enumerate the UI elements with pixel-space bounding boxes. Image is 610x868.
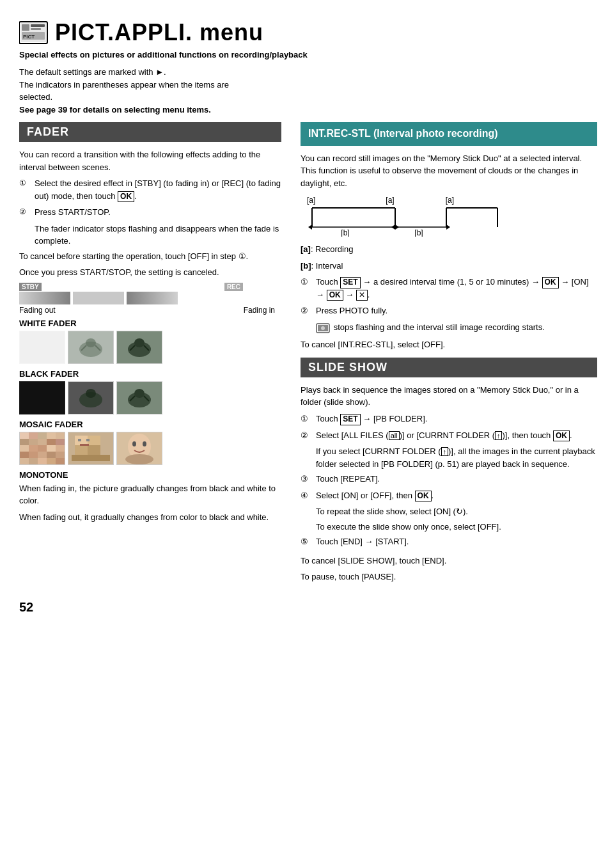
- right-column: INT.REC-STL (Interval photo recording) Y…: [294, 122, 610, 587]
- svg-rect-59: [78, 439, 81, 441]
- monotone-text2: When fading out, it gradually changes fr…: [19, 511, 281, 524]
- slide-show-steps: ① Touch SET → [PB FOLDER]. ② Select [ALL…: [301, 413, 597, 441]
- black-fader-title: BLACK FADER: [19, 369, 281, 379]
- svg-rect-3: [31, 24, 45, 27]
- page-number-area: 52: [0, 587, 610, 615]
- svg-rect-7: [20, 331, 65, 363]
- int-rec-step2: ② Press PHOTO fully.: [301, 304, 597, 317]
- fader-step1: ① Select the desired effect in [STBY] (t…: [19, 177, 281, 202]
- all-files-icon: all: [389, 431, 400, 440]
- svg-text:[b]: [b]: [341, 228, 349, 237]
- ok-box-2: OK: [542, 277, 559, 288]
- mosaic-fader-img3: [116, 432, 162, 465]
- svg-rect-47: [56, 452, 65, 458]
- svg-rect-46: [47, 452, 56, 458]
- monotone-title: MONOTONE: [19, 470, 281, 480]
- svg-rect-31: [47, 432, 56, 439]
- svg-rect-50: [38, 458, 47, 464]
- page-subtitle: Special effects on pictures or additiona…: [0, 46, 610, 59]
- step2-sub: The fader indicator stops flashing and d…: [19, 223, 281, 248]
- set-box-2: SET: [340, 414, 360, 425]
- mosaic-fader-title: MOSAIC FADER: [19, 420, 281, 429]
- left-column: FADER You can record a transition with t…: [0, 122, 294, 587]
- slide-step2-sub: If you select [CURRNT FOLDER (↑)], all t…: [301, 445, 597, 470]
- step1-num: ①: [19, 177, 32, 189]
- slide-show-body: Plays back in sequence the images stored…: [301, 384, 597, 409]
- stby-label: STBY: [19, 283, 42, 291]
- svg-marker-77: [391, 225, 395, 230]
- folder-icon-2: ↑: [441, 447, 449, 456]
- set-box: SET: [340, 277, 360, 288]
- svg-marker-76: [395, 225, 399, 230]
- rec-label: REC: [224, 283, 243, 291]
- slide-show-section: SLIDE SHOW Plays back in sequence the im…: [301, 358, 597, 583]
- svg-point-64: [132, 441, 136, 446]
- svg-rect-45: [38, 452, 47, 458]
- fader-once: Once you press START/STOP, the setting i…: [19, 266, 281, 279]
- page-header: PICT PICT.APPLI. menu: [0, 13, 610, 46]
- fading-out-label: Fading out: [19, 306, 56, 315]
- interval-a3: [a]: [446, 196, 454, 205]
- slide-step1-num: ①: [301, 413, 313, 425]
- svg-rect-36: [47, 439, 56, 445]
- mosaic-fader-img2: [68, 432, 114, 465]
- svg-point-66: [125, 454, 153, 464]
- intro-indicators: The indicators in parentheses appear whe…: [19, 79, 262, 104]
- black-fader-img1: [19, 381, 65, 414]
- svg-point-21: [86, 389, 96, 398]
- slide-show-header: SLIDE SHOW: [301, 358, 597, 377]
- svg-rect-52: [56, 458, 65, 464]
- white-fader-img3: [116, 331, 162, 364]
- svg-rect-61: [80, 444, 89, 446]
- svg-rect-28: [20, 432, 29, 439]
- interval-diagram: [a] [a] [a]: [301, 196, 597, 237]
- mosaic-fader-img1: [19, 432, 65, 465]
- int-rec-step2-sub: stops flashing and the interval still im…: [301, 321, 597, 334]
- mosaic-fader-images: [19, 432, 281, 465]
- svg-rect-30: [38, 432, 47, 439]
- white-fader-img2: [68, 331, 114, 364]
- svg-rect-57: [88, 445, 100, 455]
- slide-step3-content: Touch [REPEAT].: [316, 473, 597, 485]
- int-rec-body: You can record still images on the "Memo…: [301, 152, 597, 190]
- slide-show-steps-3: ⑤ Touch [END] → [START].: [301, 535, 597, 548]
- fading-mid-bar: [73, 292, 124, 304]
- slide-show-steps-2: ③ Touch [REPEAT]. ④ Select [ON] or [OFF]…: [301, 473, 597, 501]
- int-rec-cancel: To cancel [INT.REC-STL], select [OFF].: [301, 338, 597, 351]
- page-number: 52: [19, 600, 33, 614]
- svg-rect-44: [29, 452, 38, 458]
- svg-point-10: [86, 338, 96, 347]
- svg-rect-4: [31, 28, 41, 30]
- slide-step2-num: ②: [301, 429, 313, 442]
- fading-bar-row: [19, 292, 281, 304]
- slide-step4-content: Select [ON] or [OFF], then OK.: [316, 489, 597, 502]
- fader-steps: ① Select the desired effect in [STBY] (t…: [19, 177, 281, 219]
- intro-see-page: See page 39 for details on selecting men…: [19, 104, 262, 116]
- interval-a1: [a]: [307, 196, 315, 205]
- interval-top-row: [a] [a] [a]: [307, 196, 454, 205]
- black-fader-img3: [116, 381, 162, 414]
- ok-box-3: OK: [327, 290, 343, 301]
- int-rec-section: INT.REC-STL (Interval photo recording) Y…: [301, 122, 597, 351]
- svg-rect-33: [20, 439, 29, 445]
- interval-svg: [b] [b]: [307, 205, 499, 237]
- svg-rect-39: [29, 445, 38, 452]
- x-box: ✕: [356, 290, 368, 301]
- svg-rect-48: [20, 458, 29, 464]
- svg-rect-49: [29, 458, 38, 464]
- slide-step4-sub1: To repeat the slide show, select [ON] (↻…: [301, 505, 597, 518]
- slide-footer2: To pause, touch [PAUSE].: [301, 571, 597, 583]
- black-fader-img2: [68, 381, 114, 414]
- slide-step5-num: ⑤: [301, 535, 313, 548]
- svg-rect-51: [47, 458, 56, 464]
- svg-rect-41: [47, 445, 56, 452]
- svg-rect-32: [56, 432, 65, 439]
- svg-point-24: [134, 389, 145, 398]
- fading-diagram: STBY REC Fading out Fading in: [19, 283, 281, 315]
- fading-captions: Fading out Fading in: [19, 304, 281, 315]
- white-fader-title: WHITE FADER: [19, 319, 281, 328]
- int-rec-steps: ① Touch SET → a desired interval time (1…: [301, 276, 597, 317]
- fader-section: FADER You can record a transition with t…: [19, 122, 281, 523]
- int-rec-header: INT.REC-STL (Interval photo recording): [301, 122, 597, 146]
- svg-rect-29: [29, 432, 38, 439]
